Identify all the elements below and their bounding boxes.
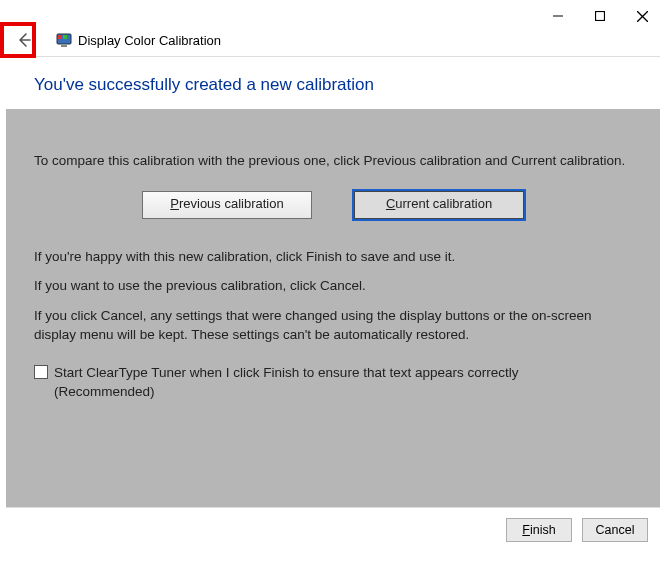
previous-calibration-button[interactable]: Previous calibration [142, 191, 312, 219]
dialog-footer: Finish Cancel [6, 507, 660, 552]
svg-rect-6 [63, 35, 67, 39]
finish-instructions: If you're happy with this new calibratio… [34, 247, 632, 267]
close-button[interactable] [630, 4, 654, 28]
cancel-instructions: If you want to use the previous calibrat… [34, 276, 632, 296]
svg-rect-5 [58, 35, 62, 39]
page-title: You've successfully created a new calibr… [0, 57, 666, 109]
minimize-button[interactable] [546, 4, 570, 28]
content-panel: To compare this calibration with the pre… [6, 109, 660, 507]
cleartype-checkbox[interactable] [34, 365, 48, 379]
current-calibration-label: Current calibration [386, 195, 492, 214]
back-button-highlight [0, 22, 36, 58]
current-calibration-button[interactable]: Current calibration [354, 191, 524, 219]
svg-rect-1 [596, 12, 605, 21]
finish-label: Finish [522, 523, 555, 537]
cancel-label: Cancel [596, 523, 635, 537]
compare-instructions: To compare this calibration with the pre… [34, 151, 632, 171]
cleartype-checkbox-label[interactable]: Start ClearType Tuner when I click Finis… [54, 363, 554, 402]
header: Display Color Calibration [0, 30, 666, 56]
maximize-button[interactable] [588, 4, 612, 28]
previous-calibration-label: Previous calibration [170, 195, 283, 214]
app-title: Display Color Calibration [78, 33, 221, 48]
cancel-button[interactable]: Cancel [582, 518, 648, 542]
app-icon [56, 32, 72, 48]
cancel-warning: If you click Cancel, any settings that w… [34, 306, 632, 345]
svg-rect-7 [61, 45, 67, 47]
title-bar [0, 0, 666, 30]
finish-button[interactable]: Finish [506, 518, 572, 542]
